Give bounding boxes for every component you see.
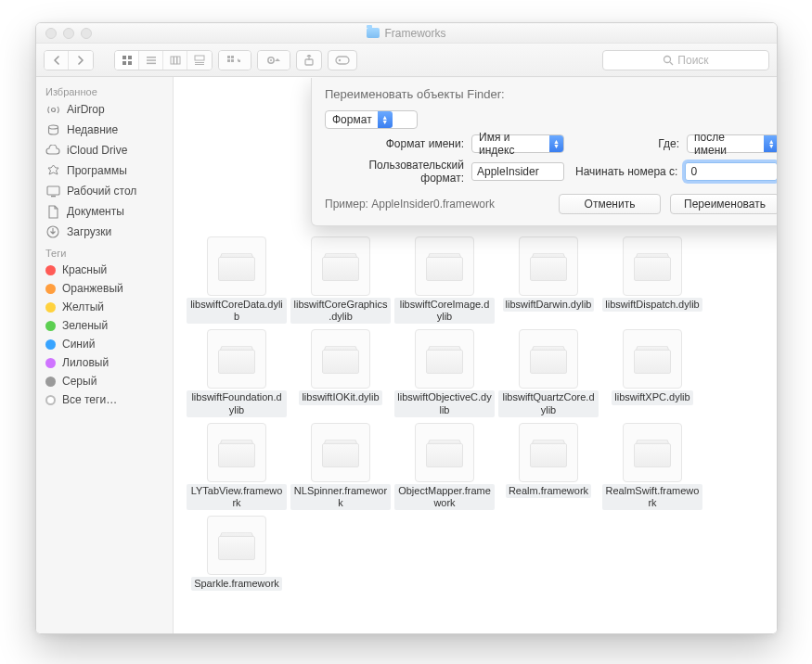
coverflow-view-button[interactable] <box>187 51 212 70</box>
recents-icon <box>45 122 60 137</box>
icloud-icon <box>45 143 60 158</box>
file-item[interactable]: libswiftFoundation.dylib <box>185 329 289 416</box>
sidebar-tag-label: Серый <box>62 375 97 388</box>
name-format-select[interactable]: Имя и индекс ▲▼ <box>471 134 564 153</box>
applications-icon <box>45 163 60 178</box>
file-name-label: Realm.framework <box>506 484 591 498</box>
sidebar-tag-label: Оранжевый <box>62 282 123 295</box>
file-name-label: libswiftFoundation.dylib <box>187 390 287 416</box>
file-item[interactable]: libswiftQuartzCore.dylib <box>496 329 600 416</box>
rename-mode-select[interactable]: Формат ▲▼ <box>325 110 418 129</box>
svg-rect-16 <box>231 59 234 62</box>
name-format-label: Формат имени: <box>325 137 464 150</box>
sidebar-item-documents[interactable]: Документы <box>36 201 173 222</box>
svg-rect-11 <box>195 62 204 63</box>
svg-rect-26 <box>47 186 59 195</box>
custom-format-label: Пользовательский формат: <box>325 159 464 185</box>
nav-buttons <box>44 50 94 70</box>
tag-all-icon <box>45 395 56 405</box>
downloads-icon <box>45 224 60 239</box>
bundle-icon <box>634 344 671 374</box>
cancel-button[interactable]: Отменить <box>559 194 661 214</box>
svg-rect-9 <box>177 57 180 64</box>
svg-rect-27 <box>51 196 56 197</box>
sidebar-tag-green[interactable]: Зеленый <box>36 316 173 335</box>
tags-button[interactable] <box>328 50 357 70</box>
column-view-button[interactable] <box>163 51 187 70</box>
dialog-title: Переименовать объекты Finder: <box>325 87 777 101</box>
sidebar-tag-orange[interactable]: Оранжевый <box>36 279 173 298</box>
search-placeholder: Поиск <box>677 54 708 67</box>
svg-rect-20 <box>336 57 349 64</box>
file-item[interactable]: Realm.framework <box>496 423 600 510</box>
file-item[interactable]: LYTabView.framework <box>185 423 289 510</box>
sidebar-item-label: iCloud Drive <box>67 144 127 157</box>
svg-point-25 <box>48 125 58 129</box>
bundle-icon <box>218 438 255 467</box>
minimize-window-button[interactable] <box>63 28 74 39</box>
sidebar-item-label: Программы <box>67 164 127 177</box>
sidebar-tag-red[interactable]: Красный <box>36 261 173 279</box>
sidebar-item-recents[interactable]: Недавние <box>36 120 173 140</box>
sidebar-item-icloud[interactable]: iCloud Drive <box>36 140 173 160</box>
sidebar-tag-purple[interactable]: Лиловый <box>36 353 173 372</box>
sidebar-tag-yellow[interactable]: Желтый <box>36 298 173 316</box>
file-item[interactable]: libswiftIOKit.dylib <box>289 329 393 416</box>
finder-window: Frameworks <box>35 22 778 634</box>
sidebar-item-label: Документы <box>67 205 124 218</box>
toolbar: Поиск <box>36 44 777 77</box>
tag-dot-icon <box>45 358 56 368</box>
forward-button[interactable] <box>69 51 93 70</box>
file-item[interactable]: libswiftObjectiveC.dylib <box>393 329 496 416</box>
sidebar-item-downloads[interactable]: Загрузки <box>36 222 173 242</box>
file-name-label: libswiftDispatch.dylib <box>602 298 702 312</box>
back-button[interactable] <box>45 51 69 70</box>
sidebar-item-airdrop[interactable]: AirDrop <box>36 99 173 120</box>
svg-rect-12 <box>195 64 204 65</box>
sidebar-tag-label: Лиловый <box>62 356 109 369</box>
arrange-button-group <box>218 50 251 70</box>
file-item[interactable]: libswiftDispatch.dylib <box>600 236 704 324</box>
search-icon <box>663 55 674 66</box>
svg-rect-15 <box>227 59 230 62</box>
file-item[interactable]: libswiftCoreGraphics.dylib <box>289 236 393 324</box>
file-item[interactable]: libswiftDarwin.dylib <box>496 236 600 324</box>
zoom-window-button[interactable] <box>81 28 92 39</box>
where-select[interactable]: после имени ▲▼ <box>687 134 777 153</box>
svg-rect-13 <box>227 56 230 58</box>
list-view-button[interactable] <box>139 51 163 70</box>
start-number-input[interactable] <box>685 162 777 181</box>
file-name-label: LYTabView.framework <box>187 484 287 510</box>
file-item[interactable]: RealmSwift.framework <box>600 423 704 510</box>
sidebar-item-applications[interactable]: Программы <box>36 160 173 181</box>
custom-format-input[interactable] <box>471 162 564 181</box>
file-item[interactable]: Sparkle.framework <box>185 516 289 591</box>
svg-rect-3 <box>128 61 132 65</box>
window-title: Frameworks <box>36 23 777 43</box>
sidebar-tag-all[interactable]: Все теги… <box>36 390 173 409</box>
search-field[interactable]: Поиск <box>602 50 769 70</box>
file-item[interactable]: libswiftCoreImage.dylib <box>393 236 496 324</box>
tag-dot-icon <box>45 321 56 331</box>
close-window-button[interactable] <box>45 28 57 39</box>
action-button[interactable] <box>258 51 290 70</box>
icon-view-button[interactable] <box>115 51 139 70</box>
file-item[interactable]: NLSpinner.framework <box>289 423 393 510</box>
sidebar-item-desktop[interactable]: Рабочий стол <box>36 181 173 201</box>
file-name-label: libswiftCoreGraphics.dylib <box>290 298 391 324</box>
documents-icon <box>45 204 60 219</box>
file-item[interactable]: libswiftCoreData.dylib <box>185 236 289 324</box>
file-item[interactable]: ObjectMapper.framework <box>393 423 496 510</box>
bundle-icon <box>530 438 567 467</box>
sidebar-tag-blue[interactable]: Синий <box>36 335 173 353</box>
share-button[interactable] <box>296 50 322 70</box>
svg-rect-10 <box>195 56 204 60</box>
file-item[interactable]: libswiftXPC.dylib <box>600 329 704 416</box>
arrange-button[interactable] <box>219 51 251 70</box>
bundle-icon <box>634 438 671 467</box>
svg-rect-6 <box>147 62 156 64</box>
content-area: .dylib libswiftCoreData.dylib libswiftCo… <box>174 77 777 633</box>
rename-button[interactable]: Переименовать <box>670 194 777 214</box>
bundle-icon <box>426 251 463 281</box>
sidebar-tag-gray[interactable]: Серый <box>36 372 173 390</box>
